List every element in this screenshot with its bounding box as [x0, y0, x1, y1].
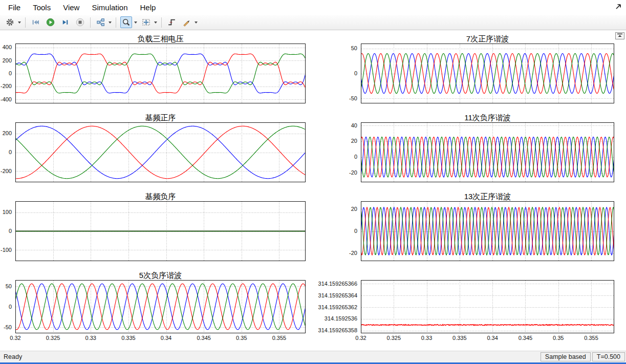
plot-area: 负载三相电压4002000-200-400基频正序2000-200基频负序100… [0, 30, 626, 351]
x-tick-label: 0.33 [73, 335, 109, 341]
y-tick-label: -50 [314, 95, 357, 101]
stop-button[interactable] [73, 16, 87, 29]
measurements-icon [181, 16, 192, 28]
plot-column-right: 7次正序谐波500-5011次负序谐波40200-2013次正序谐波200-20… [314, 30, 614, 342]
x-tick-label: 0.34 [148, 335, 184, 341]
toolbar-separator [116, 17, 116, 28]
dropdown-arrow-icon[interactable] [18, 22, 21, 24]
y-tick-label: 20 [314, 138, 357, 144]
menu-help[interactable]: Help [134, 0, 162, 15]
y-tick-label: 400 [0, 44, 12, 50]
y-tick-label: 0 [314, 70, 357, 76]
cursor-measurements-button[interactable] [180, 16, 199, 29]
collapse-panel-button[interactable] [615, 32, 624, 39]
y-tick-label: 314.159265362 [314, 304, 357, 310]
run-button[interactable] [44, 16, 57, 29]
x-tick-label: 0.325 [376, 335, 412, 341]
plot-column-left: 负载三相电压4002000-200-400基频正序2000-200基频负序100… [0, 30, 306, 342]
dock-arrow-icon[interactable] [615, 3, 622, 10]
y-tick-label: 314.1592536 [314, 315, 357, 322]
x-tick-label: 0.345 [186, 335, 222, 341]
x-tick-label: 0.35 [224, 335, 260, 341]
plot-canvas-harmonic-5-negative[interactable] [15, 280, 306, 333]
toolbar-separator [25, 17, 26, 28]
y-tick-label: 200 [0, 130, 12, 136]
y-tick-label: 0 [0, 70, 12, 76]
plot-title-harmonic-11-negative: 11次负序谐波 [361, 113, 614, 122]
y-tick-label: 50 [0, 283, 12, 289]
y-tick-label: -20 [314, 169, 357, 176]
y-tick-label: -200 [0, 83, 12, 89]
zoom-button[interactable] [119, 16, 138, 29]
y-tick-label: 314.159265366 [314, 281, 357, 287]
y-tick-label: 0 [0, 149, 12, 155]
status-text: Ready [0, 353, 22, 360]
plot-title-fundamental-negative: 基频负序 [15, 192, 306, 201]
y-tick-label: 50 [314, 45, 357, 51]
run-icon [45, 16, 56, 28]
y-tick-label: 0 [0, 304, 12, 310]
collapse-up-icon [617, 33, 623, 38]
y-tick-label: -400 [0, 96, 12, 102]
trigger-button[interactable] [165, 16, 179, 29]
subplot-harmonic-11-negative: 11次负序谐波40200-20 [314, 113, 614, 182]
simulink-snapshot-button[interactable] [94, 16, 113, 29]
step-forward-button[interactable] [58, 16, 72, 29]
plot-title-load-voltage: 负载三相电压 [15, 34, 306, 44]
y-tick-label: 314.159265364 [314, 292, 357, 298]
menu-file[interactable]: File [2, 0, 27, 15]
fit-to-view-button[interactable] [139, 16, 158, 29]
status-bar: Ready Sample based T=0.500 [0, 351, 626, 362]
x-tick-label: 0.34 [474, 335, 510, 341]
x-tick-label: 0.335 [442, 335, 478, 341]
x-tick-label: 0.32 [343, 335, 379, 341]
y-tick-label: 0 [314, 154, 357, 160]
status-indicators: Sample based T=0.500 [541, 352, 625, 361]
plot-title-frequency [361, 271, 614, 280]
dropdown-arrow-icon[interactable] [134, 22, 137, 24]
sample-mode-indicator: Sample based [541, 352, 591, 361]
subplot-fundamental-negative: 基频负序1000-100 [0, 192, 306, 261]
dropdown-arrow-icon[interactable] [109, 22, 112, 24]
y-tick-label: 40 [314, 122, 357, 129]
step-forward-icon [59, 16, 71, 28]
subplot-load-voltage: 负载三相电压4002000-200-400 [0, 34, 306, 103]
dropdown-arrow-icon[interactable] [154, 22, 157, 24]
stop-icon [74, 16, 86, 28]
plot-title-fundamental-positive: 基频正序 [15, 113, 306, 122]
x-tick-label: 0.325 [35, 335, 71, 341]
x-tick-label: 0.355 [261, 335, 297, 341]
sim-time-indicator: T=0.500 [592, 352, 625, 361]
toolbar-separator [161, 17, 162, 28]
y-tick-label: 0 [0, 228, 12, 234]
plot-canvas-harmonic-11-negative[interactable] [361, 122, 614, 182]
plot-canvas-fundamental-positive[interactable] [15, 122, 306, 182]
dropdown-arrow-icon[interactable] [195, 22, 198, 24]
trigger-icon [166, 16, 178, 28]
menu-view[interactable]: View [57, 0, 85, 15]
plot-canvas-harmonic-7-positive[interactable] [361, 44, 614, 103]
fit-icon [140, 16, 152, 28]
gear-icon [4, 16, 16, 28]
x-axis-labels: 0.320.3250.330.3350.340.3450.350.355 [0, 333, 306, 342]
x-tick-label: 0.33 [409, 335, 445, 341]
toolbar-separator [90, 17, 91, 28]
step-back-icon [30, 16, 41, 28]
plot-canvas-harmonic-13-positive[interactable] [361, 201, 614, 261]
configuration-properties-button[interactable] [3, 16, 22, 29]
subplot-harmonic-7-positive: 7次正序谐波500-50 [314, 34, 614, 103]
x-tick-label: 0.35 [541, 335, 576, 341]
y-tick-label: 314.159265358 [314, 327, 357, 333]
zoom-icon [120, 16, 132, 28]
plot-canvas-frequency[interactable] [361, 280, 614, 333]
x-tick-label: 0.345 [507, 335, 543, 341]
menu-tools[interactable]: Tools [27, 0, 57, 15]
menu-simulation[interactable]: Simulation [85, 0, 134, 15]
plot-canvas-load-voltage[interactable] [15, 44, 306, 103]
menu-bar: FileToolsViewSimulationHelp [0, 0, 626, 15]
y-tick-label: -20 [314, 250, 357, 256]
y-tick-label: 20 [314, 206, 357, 212]
plot-canvas-fundamental-negative[interactable] [15, 201, 306, 261]
x-tick-label: 0.335 [111, 335, 146, 341]
step-back-button[interactable] [29, 16, 42, 29]
